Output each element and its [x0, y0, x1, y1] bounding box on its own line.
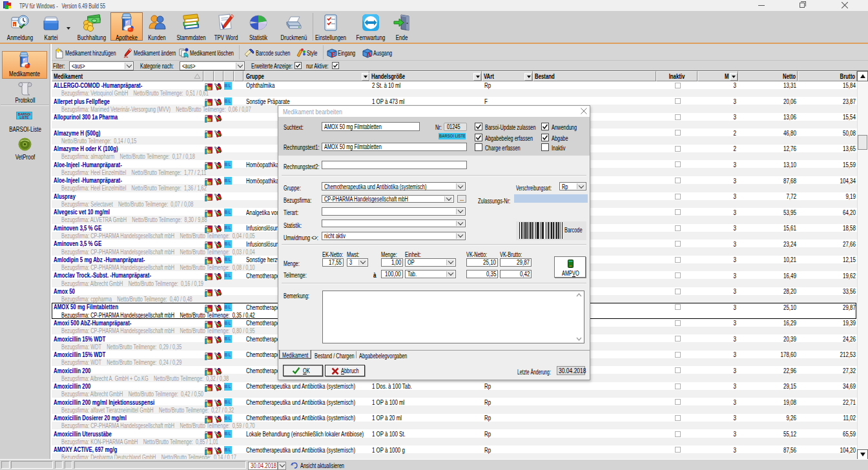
svg-text:E: E: [331, 50, 336, 58]
svg-text:A: A: [367, 50, 372, 58]
